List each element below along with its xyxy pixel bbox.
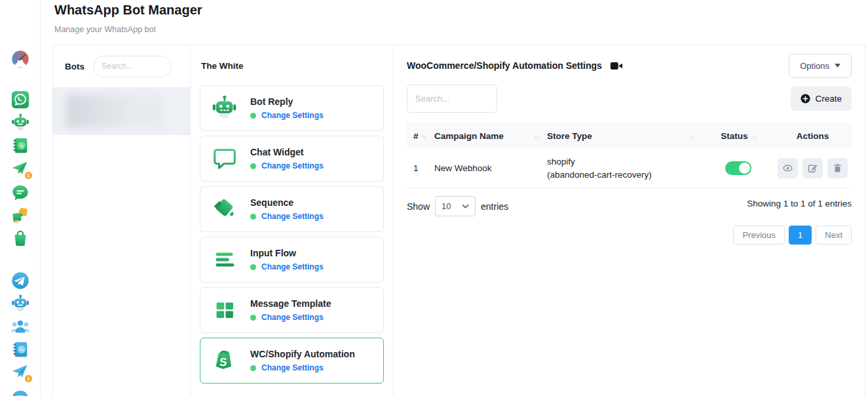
telegram-icon[interactable]: [10, 271, 30, 290]
status-toggle[interactable]: [725, 161, 751, 175]
plus-circle-icon: [801, 94, 810, 104]
card-title: Chat Widget: [250, 147, 324, 157]
whatsapp-broadcast-icon[interactable]: 1: [10, 159, 30, 178]
automation-column: WooCommerce/Shopify Automation Settings …: [394, 45, 865, 396]
col-actions: Actions: [797, 131, 829, 141]
card-text: Sequence Change Settings: [250, 197, 324, 221]
bot-reply-icon: [211, 94, 238, 122]
next-page-button[interactable]: Next: [816, 226, 852, 245]
status-dot: [250, 315, 256, 321]
page-size-select[interactable]: 10: [435, 196, 476, 216]
video-camera-icon[interactable]: [610, 61, 623, 71]
card-title: Sequence: [250, 197, 324, 208]
telegram-chat-icon[interactable]: [10, 388, 30, 396]
card-text: Input Flow Change Settings: [250, 248, 324, 271]
status-dot: [250, 264, 256, 270]
previous-page-button[interactable]: Previous: [733, 226, 785, 245]
card-sequence[interactable]: Sequence Change Settings: [200, 186, 384, 232]
bots-header: Bots: [53, 45, 190, 88]
sort-icon[interactable]: [421, 131, 425, 141]
notification-badge: 1: [24, 171, 33, 180]
pagination: Previous 1 Next: [407, 226, 852, 245]
whatsapp-contacts-icon[interactable]: [10, 136, 30, 155]
integration-icon[interactable]: [10, 205, 30, 225]
sort-icon[interactable]: [534, 131, 538, 141]
sequence-icon: [211, 195, 238, 223]
sort-icon[interactable]: [690, 131, 694, 141]
sort-icon[interactable]: [752, 131, 756, 141]
card-message-template[interactable]: Message Template Change Settings: [200, 287, 384, 333]
page-size-value: 10: [442, 201, 451, 211]
automation-title: WooCommerce/Shopify Automation Settings: [407, 60, 602, 71]
features-column: The White Bot Reply Change Settings: [191, 45, 394, 396]
change-settings-link[interactable]: Change Settings: [261, 262, 324, 271]
change-settings-link[interactable]: Change Settings: [261, 313, 324, 322]
show-label: Show: [407, 201, 430, 212]
edit-button[interactable]: [802, 158, 823, 178]
change-settings-link[interactable]: Change Settings: [261, 161, 324, 170]
page-title: WhatsApp Bot Manager: [54, 3, 202, 18]
col-status: Status: [721, 131, 747, 141]
results-summary: Showing 1 to 1 of 1 entries: [747, 196, 852, 208]
change-settings-link[interactable]: Change Settings: [261, 363, 324, 372]
card-wc-shopify-automation[interactable]: S WC/Shopify Automation Change Settings: [200, 338, 384, 384]
view-button[interactable]: [778, 158, 798, 178]
bot-name-redacted: [66, 95, 163, 128]
dashboard-icon[interactable]: [10, 49, 30, 69]
chevron-down-icon: [462, 204, 469, 208]
bots-search-input[interactable]: [93, 56, 172, 77]
telegram-broadcast-icon[interactable]: 1: [10, 362, 30, 382]
whatsapp-bot-icon[interactable]: [10, 113, 30, 132]
table-row: 1 New Webhook shopify (abandoned-cart-re…: [407, 149, 852, 188]
card-title: Input Flow: [250, 248, 324, 258]
change-settings-link[interactable]: Change Settings: [261, 111, 324, 120]
status-dot: [250, 163, 256, 169]
card-bot-reply[interactable]: Bot Reply Change Settings: [200, 85, 384, 131]
table-header: # Campaign Name Store Type Status Action…: [407, 123, 852, 149]
card-input-flow[interactable]: Input Flow Change Settings: [200, 237, 384, 283]
delete-button[interactable]: [827, 158, 848, 178]
bots-heading: Bots: [65, 62, 85, 71]
trash-icon: [832, 163, 843, 174]
bot-list-item[interactable]: [53, 88, 190, 135]
page-1-button[interactable]: 1: [789, 226, 812, 245]
status-dot: [250, 113, 256, 119]
page-size-group: Show 10 entries: [407, 196, 508, 216]
store-icon[interactable]: [10, 228, 30, 248]
features-heading: The White: [200, 45, 384, 85]
telegram-contacts-icon[interactable]: [10, 340, 30, 359]
col-campaign-name: Campaign Name: [434, 131, 504, 141]
create-button[interactable]: Create: [791, 87, 852, 111]
status-dot: [250, 214, 256, 220]
whatsapp-chat-icon[interactable]: [10, 183, 30, 203]
entries-label: entries: [481, 201, 508, 212]
card-text: WC/Shopify Automation Change Settings: [250, 349, 355, 372]
status-dot: [250, 365, 256, 371]
shopify-icon: S: [211, 347, 238, 374]
bots-column: Bots: [53, 45, 191, 396]
table-search-input[interactable]: [407, 85, 497, 113]
row-index: 1: [413, 163, 419, 173]
input-flow-icon: [211, 246, 238, 273]
col-index: #: [413, 131, 419, 141]
chat-widget-icon: [211, 145, 238, 172]
create-label: Create: [815, 94, 842, 104]
card-text: Message Template Change Settings: [250, 298, 331, 322]
whatsapp-icon[interactable]: [10, 90, 30, 109]
toggle-knob: [739, 163, 750, 174]
telegram-group-icon[interactable]: [10, 317, 30, 336]
message-template-icon: [211, 296, 238, 324]
telegram-bot-icon[interactable]: [10, 294, 30, 313]
page-subtitle: Manage your WhatsApp bot: [54, 25, 156, 34]
shopify-letter: S: [219, 355, 227, 369]
caret-down-icon: [835, 64, 840, 68]
options-button[interactable]: Options: [789, 54, 852, 78]
eye-icon: [782, 163, 793, 174]
options-label: Options: [800, 61, 829, 71]
icon-rail: 1: [0, 0, 41, 396]
card-title: WC/Shopify Automation: [250, 349, 355, 359]
change-settings-link[interactable]: Change Settings: [261, 212, 324, 221]
notification-badge: 1: [24, 374, 33, 383]
card-title: Bot Reply: [250, 96, 324, 107]
card-chat-widget[interactable]: Chat Widget Change Settings: [200, 136, 384, 182]
